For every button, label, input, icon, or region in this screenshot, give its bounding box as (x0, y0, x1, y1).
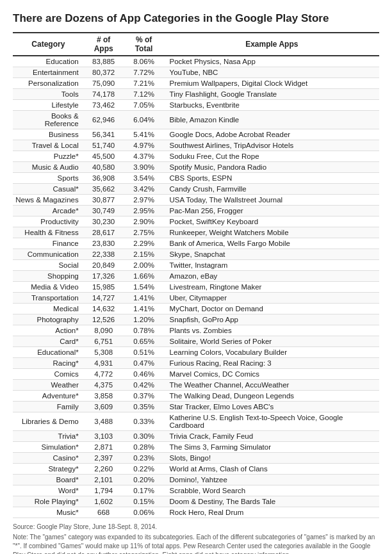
table-row: Media & Video15,9851.54%Livestream, Ring… (13, 282, 379, 293)
table-row: Strategy*2,2600.22%World at Arms, Clash … (13, 464, 379, 475)
table-row: Casino*2,3970.23%Slots, Bingo! (13, 453, 379, 464)
table-cell: Personalization (13, 78, 84, 89)
table-cell: The Weather Channel, AccuWeather (165, 380, 379, 391)
table-cell: 6.04% (124, 111, 165, 129)
table-cell: 30,877 (84, 195, 124, 206)
table-cell: 1.20% (124, 314, 165, 325)
table-cell: Libraries & Demo (13, 412, 84, 431)
table-cell: Simulation* (13, 442, 84, 453)
table-cell: 0.17% (124, 485, 165, 496)
table-cell: Lifestyle (13, 100, 84, 111)
table-cell: Word* (13, 485, 84, 496)
table-cell: Social (13, 260, 84, 271)
table-row: Books & Reference62,9466.04%Bible, Amazo… (13, 111, 379, 129)
column-header---of-apps: # of Apps (84, 33, 124, 56)
table-cell: 2.00% (124, 260, 165, 271)
table-cell: USA Today, The Wallstreet Journal (165, 195, 379, 206)
table-cell: Tools (13, 89, 84, 100)
table-cell: 74,178 (84, 89, 124, 100)
table-cell: 40,580 (84, 162, 124, 173)
table-cell: 0.28% (124, 442, 165, 453)
table-cell: Pac-Man 256, Frogger (165, 206, 379, 216)
table-cell: Action* (13, 325, 84, 336)
table-cell: Racing* (13, 358, 84, 369)
table-cell: 23,830 (84, 238, 124, 249)
table-cell: Rock Hero, Real Drum (165, 507, 379, 518)
table-cell: 0.06% (124, 507, 165, 518)
table-cell: Southwest Airlines, TripAdvisor Hotels (165, 140, 379, 151)
table-cell: 7.72% (124, 67, 165, 78)
table-row: Card*6,7510.65%Solitaire, World Series o… (13, 336, 379, 347)
table-cell: 20,849 (84, 260, 124, 271)
table-cell: Plants vs. Zombies (165, 325, 379, 336)
table-cell: 30,749 (84, 206, 124, 216)
table-cell: Education (13, 56, 84, 67)
table-cell: Uber, Citymapper (165, 293, 379, 304)
table-cell: 0.46% (124, 369, 165, 380)
table-row: Travel & Local51,7404.97%Southwest Airli… (13, 140, 379, 151)
table-cell: 4.37% (124, 151, 165, 162)
table-cell: 17,326 (84, 271, 124, 282)
table-cell: Arcade* (13, 206, 84, 216)
table-cell: Bank of America, Wells Fargo Mobile (165, 238, 379, 249)
table-cell: Family (13, 402, 84, 412)
table-cell: 1.54% (124, 282, 165, 293)
table-cell: Sports (13, 173, 84, 184)
table-cell: 0.15% (124, 496, 165, 507)
table-cell: Soduku Free, Cut the Rope (165, 151, 379, 162)
table-cell: Role Playing* (13, 496, 84, 507)
table-cell: Comics (13, 369, 84, 380)
table-cell: Media & Video (13, 282, 84, 293)
table-cell: Pocket Physics, Nasa App (165, 56, 379, 67)
table-cell: 14,727 (84, 293, 124, 304)
table-cell: 2.75% (124, 227, 165, 238)
table-cell: Trivia* (13, 431, 84, 442)
table-row: Role Playing*1,6020.15%Doom & Destiny, T… (13, 496, 379, 507)
table-row: Productivity30,2302.90%Pocket, SwiftKey … (13, 216, 379, 227)
table-cell: 2,101 (84, 475, 124, 485)
table-row: Education83,8858.06%Pocket Physics, Nasa… (13, 56, 379, 67)
table-cell: Board* (13, 475, 84, 485)
table-cell: 0.30% (124, 431, 165, 442)
table-row: Weather4,3750.42%The Weather Channel, Ac… (13, 380, 379, 391)
table-cell: Furious Racing, Real Racing: 3 (165, 358, 379, 369)
table-cell: Learning Colors, Vocabulary Builder (165, 347, 379, 358)
table-cell: 2.97% (124, 195, 165, 206)
table-cell: 5,308 (84, 347, 124, 358)
table-cell: 7.21% (124, 78, 165, 89)
table-cell: Communication (13, 249, 84, 260)
table-cell: Adventure* (13, 391, 84, 402)
table-cell: 668 (84, 507, 124, 518)
table-cell: Books & Reference (13, 111, 84, 129)
table-cell: Health & Fitness (13, 227, 84, 238)
table-row: Medical14,6321.41%MyChart, Doctor on Dem… (13, 304, 379, 314)
table-cell: Card* (13, 336, 84, 347)
table-cell: 62,946 (84, 111, 124, 129)
table-cell: The Sims 3, Farming Simulator (165, 442, 379, 453)
table-cell: 0.47% (124, 358, 165, 369)
table-cell: 15,985 (84, 282, 124, 293)
table-cell: 0.51% (124, 347, 165, 358)
table-cell: YouTube, NBC (165, 67, 379, 78)
table-cell: 0.33% (124, 412, 165, 431)
table-cell: Tiny Flashlight, Google Translate (165, 89, 379, 100)
table-cell: 2.15% (124, 249, 165, 260)
table-cell: Music & Audio (13, 162, 84, 173)
table-cell: Photography (13, 314, 84, 325)
table-cell: News & Magazines (13, 195, 84, 206)
table-cell: 51,740 (84, 140, 124, 151)
table-cell: 14,632 (84, 304, 124, 314)
table-cell: Amazon, eBay (165, 271, 379, 282)
table-row: Lifestyle73,4627.05%Starbucks, Eventbrit… (13, 100, 379, 111)
table-row: Arcade*30,7492.95%Pac-Man 256, Frogger (13, 206, 379, 216)
table-cell: Slots, Bingo! (165, 453, 379, 464)
table-cell: CBS Sports, ESPN (165, 173, 379, 184)
table-row: Board*2,1010.20%Domino!, Yahtzee (13, 475, 379, 485)
table-cell: 2.95% (124, 206, 165, 216)
table-cell: Puzzle* (13, 151, 84, 162)
table-row: Communication22,3382.15%Skype, Snapchat (13, 249, 379, 260)
table-row: Sports36,9083.54%CBS Sports, ESPN (13, 173, 379, 184)
table-cell: 5.41% (124, 129, 165, 140)
table-cell: 2,397 (84, 453, 124, 464)
table-cell: 3,488 (84, 412, 124, 431)
